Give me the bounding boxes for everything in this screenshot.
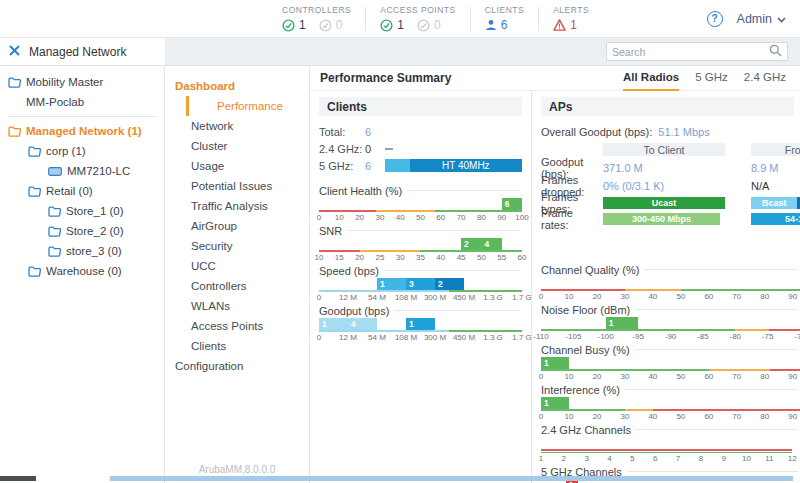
- axis-tick-label: 1.3 G: [483, 333, 503, 342]
- stat-group-alerts: ALERTS1: [539, 5, 603, 32]
- clients-24ghz-row: 2.4 GHz: 0: [319, 140, 522, 157]
- axis-tick-label: 80: [477, 213, 486, 222]
- overall-goodput-label: Overall Goodput (bps):: [541, 126, 652, 138]
- total-label: Total:: [319, 126, 365, 138]
- stat-item[interactable]: 1: [553, 18, 577, 32]
- nav-item-label: Dashboard: [175, 80, 235, 92]
- stat-item[interactable]: 0: [319, 18, 343, 32]
- nav-item-cluster[interactable]: Cluster: [165, 136, 309, 156]
- nav-item-dashboard[interactable]: Dashboard: [165, 76, 309, 96]
- stat-value: 0: [434, 18, 441, 32]
- stat-value: 6: [501, 18, 508, 32]
- admin-menu[interactable]: Admin: [737, 12, 786, 26]
- tree-item-label: Mobility Master: [26, 76, 103, 88]
- stat-item[interactable]: 0: [417, 18, 441, 32]
- tab-2-4-ghz[interactable]: 2.4 GHz: [744, 66, 786, 91]
- cell-value: 8.9 M: [751, 162, 800, 174]
- tree-item-warehouse-0-[interactable]: Warehouse (0): [0, 261, 164, 281]
- axis-tick-label: -100: [598, 332, 614, 341]
- selected-network-title: Managed Network: [29, 45, 126, 59]
- tree-item-store-3-0-[interactable]: store_3 (0): [0, 241, 164, 261]
- nav-item-wlans[interactable]: WLANs: [165, 296, 309, 316]
- nav-item-potential-issues[interactable]: Potential Issues: [165, 176, 309, 196]
- axis-tick-label: 10: [565, 412, 574, 421]
- warning-icon: [553, 19, 566, 31]
- tree-horizontal-scrollbar[interactable]: [0, 476, 36, 481]
- tree-item-mm7210-lc[interactable]: MM7210-LC: [0, 161, 164, 181]
- axis-tick-label: -75: [762, 332, 774, 341]
- axis-tick-label: 20: [355, 253, 364, 262]
- nav-item-airgroup[interactable]: AirGroup: [165, 216, 309, 236]
- nav-item-label: Configuration: [175, 360, 243, 372]
- tree-item-label: Retail (0): [46, 185, 93, 197]
- stat-item[interactable]: 6: [485, 18, 508, 32]
- stat-value: 1: [397, 18, 404, 32]
- chart-plot: 1-110-105-100-95-90-85-80-75-70: [541, 317, 800, 340]
- histogram-bar: 1: [406, 318, 435, 330]
- band5-label: 5 GHz:: [319, 160, 365, 172]
- axis-tick-label: 12 M: [339, 293, 357, 302]
- axis-tick-label: 3: [584, 454, 588, 463]
- stat-item[interactable]: 1: [282, 18, 306, 32]
- tab-5-ghz[interactable]: 5 GHz: [695, 66, 728, 91]
- chart-plot: 132012 M54 M108 M300 M450 M1.3 G1.7 G: [319, 278, 522, 301]
- nav-item-configuration[interactable]: Configuration: [165, 356, 309, 376]
- nav-item-controllers[interactable]: Controllers: [165, 276, 309, 296]
- sub-header: Managed Network: [0, 38, 800, 66]
- aps-panel-title: APs: [541, 97, 794, 116]
- tab-all-radios[interactable]: All Radios: [623, 66, 679, 91]
- axis-tick-label: 54 M: [368, 333, 386, 342]
- ht-bar-light-segment: [385, 159, 410, 172]
- chart-interference-: Interference (%)10102030405060708090100: [541, 383, 800, 420]
- axis-tick-label: 8: [699, 454, 703, 463]
- nav-item-network[interactable]: Network: [165, 116, 309, 136]
- stat-item[interactable]: 1: [380, 18, 404, 32]
- chart-title: Channel Busy (%): [541, 344, 630, 356]
- nav-item-clients[interactable]: Clients: [165, 336, 309, 356]
- axis-tick-label: 15: [335, 253, 344, 262]
- cell-bars: 300-450 Mbps: [603, 213, 725, 225]
- close-icon[interactable]: [8, 44, 21, 60]
- nav-item-label: WLANs: [191, 300, 230, 312]
- nav-item-label: Usage: [191, 160, 224, 172]
- axis-tick-label: 70: [457, 213, 466, 222]
- tree-item-mobility-master[interactable]: Mobility Master: [0, 72, 164, 92]
- chart-noise-floor-dbm-: Noise Floor (dBm)1-110-105-100-95-90-85-…: [541, 303, 800, 340]
- axis-tick-label: 50: [477, 253, 486, 262]
- tree-item-retail-0-[interactable]: Retail (0): [0, 181, 164, 201]
- axis-tick-label: 30: [620, 412, 629, 421]
- band24-label: 2.4 GHz:: [319, 143, 365, 155]
- tree-item-corp-1-[interactable]: corp (1): [0, 141, 164, 161]
- stat-group-access-points: ACCESS POINTS10: [366, 5, 469, 32]
- tree-item-store-2-0-[interactable]: Store_2 (0): [0, 221, 164, 241]
- histogram-bar: 1: [541, 357, 569, 369]
- axis-tick-label: -95: [632, 332, 644, 341]
- nav-item-traffic-analysis[interactable]: Traffic Analysis: [165, 196, 309, 216]
- tree-item-store-1-0-[interactable]: Store_1 (0): [0, 201, 164, 221]
- axis-tick-label: 50: [676, 372, 685, 381]
- nav-item-ucc[interactable]: UCC: [165, 256, 309, 276]
- chart-speed-bps-: Speed (bps)132012 M54 M108 M300 M450 M1.…: [319, 264, 522, 301]
- axis-tick-label: 60: [704, 412, 713, 421]
- search-input[interactable]: [612, 46, 769, 58]
- axis-tick-label: 90: [497, 213, 506, 222]
- chart-title: 2.4 GHz Channels: [541, 424, 631, 436]
- nav-item-access-points[interactable]: Access Points: [165, 316, 309, 336]
- status-stats: CONTROLLERS10ACCESS POINTS10CLIENTS6ALER…: [268, 5, 603, 32]
- traffic-bar-ucast: Ucast: [603, 197, 725, 209]
- cell-value: 371.0 M: [603, 162, 725, 174]
- nav-item-security[interactable]: Security: [165, 236, 309, 256]
- axis-tick-label: -110: [533, 332, 548, 341]
- tree-item-mm-poclab[interactable]: MM-Poclab: [0, 92, 164, 112]
- tree-item-managed-network-1-[interactable]: Managed Network (1): [0, 121, 164, 141]
- axis-tick-label: 20: [592, 292, 601, 301]
- nav-item-usage[interactable]: Usage: [165, 156, 309, 176]
- nav-item-performance[interactable]: Performance: [186, 96, 309, 116]
- content-horizontal-scrollbar[interactable]: [110, 476, 793, 481]
- help-icon[interactable]: ?: [707, 11, 723, 27]
- tree-item-label: Store_1 (0): [66, 205, 124, 217]
- chart-divider-line: [394, 310, 520, 311]
- axis-tick-label: 55: [497, 253, 506, 262]
- search-icon[interactable]: [769, 44, 782, 60]
- axis-tick-label: 40: [648, 412, 657, 421]
